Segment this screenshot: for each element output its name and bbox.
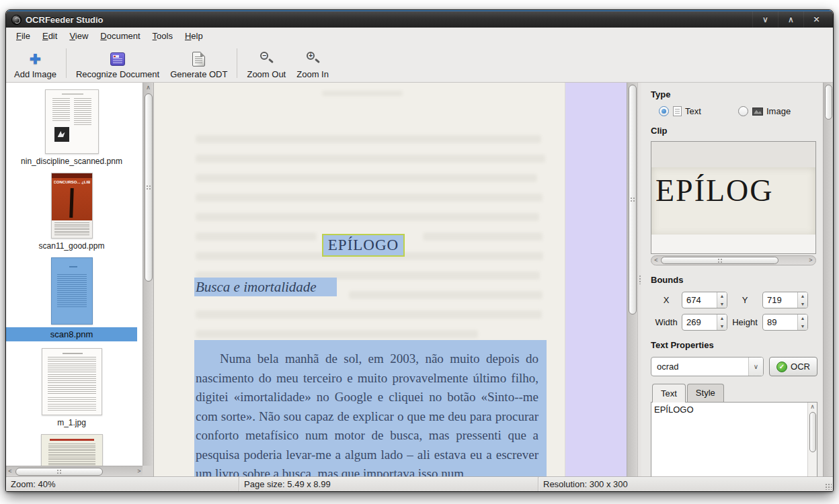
- maximize-button[interactable]: ∧: [778, 11, 803, 28]
- close-button[interactable]: ✕: [803, 11, 829, 28]
- status-bar: Zoom: 40% Page size: 5.49 x 8.99 Resolut…: [6, 476, 833, 491]
- type-radio-group: Text Image: [659, 106, 817, 116]
- ghost-text: [196, 135, 541, 143]
- menu-edit[interactable]: Edit: [36, 29, 63, 43]
- bounds-x-spinner[interactable]: 674 ▲▼: [682, 292, 727, 308]
- scrollbar-thumb[interactable]: [145, 93, 153, 282]
- generate-odt-icon: [192, 52, 205, 67]
- toolbar-separator: [66, 48, 67, 78]
- bounds-width-spinner[interactable]: 269 ▲▼: [682, 314, 727, 331]
- bounds-height-spinner[interactable]: 89 ▲▼: [762, 314, 808, 331]
- spinner-buttons[interactable]: ▲▼: [797, 314, 807, 330]
- generate-odt-button[interactable]: Generate ODT: [165, 46, 233, 81]
- clip-image: EPÍLOG: [651, 167, 815, 236]
- scrollbar-thumb[interactable]: [15, 468, 103, 476]
- page-item-m1[interactable]: m_1.jpg: [6, 348, 137, 427]
- text-region-paragraph[interactable]: Numa bela manhã de sol, em 2003, não mui…: [194, 340, 547, 476]
- clip-section-heading: Clip: [651, 126, 817, 136]
- menu-view[interactable]: View: [63, 29, 94, 43]
- title-bar: OCRFeeder Studio ∨ ∧ ✕: [6, 10, 833, 28]
- menu-bar: File Edit View Document Tools Help: [6, 28, 833, 44]
- menu-document[interactable]: Document: [94, 29, 146, 43]
- ghost-text: [196, 233, 317, 241]
- page-thumbnail[interactable]: CONCURSO... ¿LIBRE?: [51, 173, 93, 239]
- spinner-buttons[interactable]: ▲▼: [797, 292, 807, 308]
- recognize-document-button[interactable]: Recognize Document: [71, 46, 165, 81]
- clip-horizontal-scrollbar[interactable]: < >: [651, 255, 816, 265]
- page-item-scan11[interactable]: CONCURSO... ¿LIBRE? scan11_good.ppm: [6, 173, 137, 251]
- spinner-buttons[interactable]: ▲▼: [717, 292, 727, 308]
- clip-text-preview: EPÍLOG: [655, 173, 774, 208]
- zoom-out-icon: −: [258, 51, 274, 67]
- tab-style[interactable]: Style: [687, 384, 724, 403]
- ghost-text: [423, 233, 543, 241]
- document-subheading: Busca e imortalidade: [196, 279, 317, 296]
- menu-help[interactable]: Help: [179, 29, 209, 43]
- bounds-y-spinner[interactable]: 719 ▲▼: [762, 292, 808, 308]
- page-filename: nin_discipline_scanned.pnm: [21, 157, 122, 166]
- status-resolution: Resolution: 300 x 300: [538, 477, 833, 491]
- selection-highlight: scan8.pnm: [6, 327, 137, 341]
- radio-unselected-icon[interactable]: [738, 106, 748, 116]
- properties-panel: Type Text Image Clip: [641, 83, 833, 476]
- page-filename: scan11_good.ppm: [39, 241, 105, 251]
- image-type-icon: [752, 108, 763, 116]
- page-thumbnail-selected[interactable]: [51, 257, 93, 325]
- text-region-subheading[interactable]: Busca e imortalidade: [194, 278, 337, 296]
- scrollbar-corner: [143, 466, 153, 476]
- toolbar-separator: [237, 48, 237, 78]
- menu-file[interactable]: File: [10, 29, 36, 43]
- recognized-text-input[interactable]: EPÍLOGO: [651, 403, 807, 476]
- menu-tools[interactable]: Tools: [147, 29, 179, 43]
- ocr-check-icon: ✓: [776, 362, 787, 372]
- ghost-text: [349, 291, 543, 299]
- zoom-in-icon: +: [305, 51, 321, 67]
- spinner-buttons[interactable]: ▲▼: [717, 314, 727, 330]
- text-vertical-scrollbar[interactable]: ∧ ∨: [807, 403, 817, 476]
- ghost-text: [196, 213, 539, 221]
- window-resize-grip[interactable]: [825, 483, 832, 490]
- toolbar: ✚ Add Image Recognize Document Generate …: [6, 44, 833, 83]
- scrollbar-thumb[interactable]: [629, 85, 637, 314]
- sidebar-horizontal-scrollbar[interactable]: < >: [6, 466, 143, 476]
- document-canvas[interactable]: EPÍLOGO Busca e imortalidade Numa bela m…: [154, 83, 637, 476]
- scanned-page[interactable]: EPÍLOGO Busca e imortalidade Numa bela m…: [154, 83, 565, 476]
- page-thumbnail[interactable]: [42, 348, 102, 415]
- ghost-text: [196, 330, 478, 338]
- scrollbar-thumb[interactable]: [825, 85, 832, 120]
- page-item-nin-discipline[interactable]: nin_discipline_scanned.pnm: [6, 89, 137, 166]
- ghost-text: [196, 194, 543, 202]
- radio-selected-icon[interactable]: [659, 106, 669, 116]
- scrollbar-thumb[interactable]: [809, 412, 816, 452]
- page-thumbnail[interactable]: [45, 89, 99, 154]
- page-item-english-renaissance[interactable]: [6, 434, 137, 466]
- ocr-engine-select[interactable]: ocrad ∨: [651, 357, 764, 376]
- bounds-y-label: Y: [727, 295, 762, 305]
- window-title: OCRFeeder Studio: [26, 15, 104, 25]
- ghost-text: [196, 155, 545, 163]
- canvas-vertical-scrollbar[interactable]: [627, 83, 637, 476]
- page-item-scan8-selected[interactable]: scan8.pnm: [6, 257, 137, 341]
- page-thumbnail[interactable]: [41, 434, 103, 466]
- clip-preview: EPÍLOG: [651, 141, 816, 254]
- document-heading: EPÍLOGO: [328, 237, 399, 254]
- ocr-button[interactable]: ✓ OCR: [769, 357, 817, 376]
- tab-text[interactable]: Text: [652, 384, 686, 403]
- ghost-text: [196, 174, 537, 182]
- status-page-size: Page size: 5.49 x 8.99: [239, 477, 538, 491]
- minimize-button[interactable]: ∨: [752, 11, 778, 28]
- selected-text-region-epilogo[interactable]: EPÍLOGO: [322, 234, 405, 257]
- bounds-x-label: X: [651, 295, 682, 305]
- add-image-button[interactable]: ✚ Add Image: [9, 46, 62, 81]
- panel-vertical-scrollbar[interactable]: [823, 83, 833, 476]
- zoom-out-button[interactable]: − Zoom Out: [241, 46, 291, 81]
- ghost-text: [322, 91, 403, 96]
- app-logo-icon: [11, 15, 22, 25]
- scrollbar-thumb[interactable]: [661, 257, 778, 264]
- zoom-in-button[interactable]: + Zoom In: [291, 46, 334, 81]
- sidebar-vertical-scrollbar[interactable]: ∧: [143, 83, 153, 466]
- app-window: OCRFeeder Studio ∨ ∧ ✕ File Edit View Do…: [5, 9, 834, 492]
- type-image-option[interactable]: Image: [738, 106, 817, 116]
- document-paragraph: Numa bela manhã de sol, em 2003, não mui…: [196, 349, 538, 476]
- type-text-option[interactable]: Text: [659, 106, 738, 116]
